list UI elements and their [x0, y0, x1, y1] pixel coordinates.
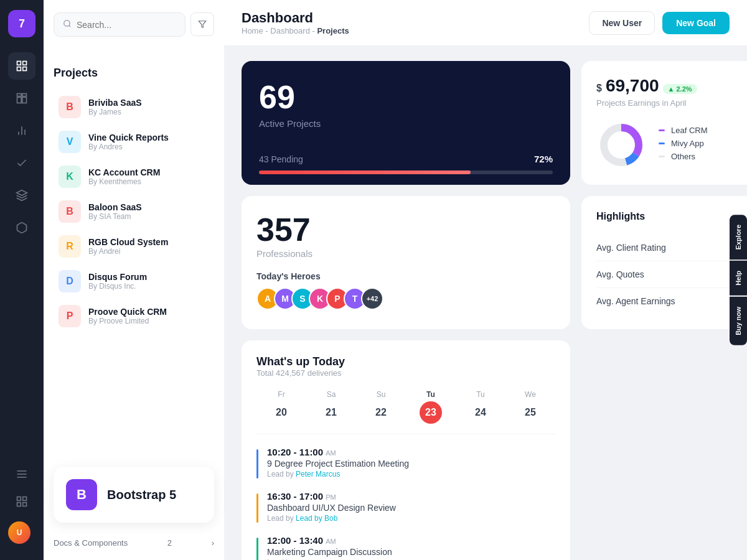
- nav-icon-dashboard[interactable]: [8, 52, 35, 80]
- nav-icon-grid2[interactable]: [8, 488, 35, 515]
- event-lead: Lead by Lead by Bob: [267, 514, 396, 523]
- help-tab[interactable]: Help: [730, 261, 747, 296]
- project-item[interactable]: B Briviba SaaS By James: [54, 90, 214, 124]
- project-logo: R: [59, 235, 81, 258]
- highlight-label: Avg. Agent Earnings: [596, 296, 675, 306]
- cal-day-name: Tu: [476, 390, 485, 399]
- calendar-day[interactable]: Sa 21: [306, 390, 356, 424]
- breadcrumb-dashboard[interactable]: Dashboard: [270, 26, 310, 35]
- header-actions: New User New Goal: [589, 11, 730, 35]
- project-item[interactable]: D Disqus Forum By Disqus Inc.: [54, 264, 214, 299]
- highlight-row: Avg. Client Rating ↗ 7.8 10: [596, 235, 747, 261]
- svg-rect-4: [17, 94, 22, 96]
- filter-button[interactable]: [190, 12, 214, 36]
- cal-day-name: Su: [377, 390, 386, 399]
- project-by: By Proove Limited: [88, 317, 209, 325]
- project-item[interactable]: K KC Account CRM By Keenthemes: [54, 159, 214, 194]
- svg-rect-1: [23, 62, 27, 65]
- event-title: Marketing Campaign Discussion: [267, 547, 392, 557]
- explore-tab[interactable]: Explore: [730, 215, 747, 259]
- whatsup-subtitle: Total 424,567 deliveries: [256, 368, 555, 378]
- event-time: 10:20 - 11:00 AM: [267, 447, 409, 457]
- breadcrumb-home[interactable]: Home: [242, 26, 263, 35]
- header: Dashboard Home - Dashboard - Projects Ne…: [224, 0, 747, 46]
- search-input[interactable]: [77, 20, 176, 30]
- project-name: KC Account CRM: [88, 167, 209, 177]
- nav-icon-box[interactable]: [8, 214, 35, 241]
- calendar-day[interactable]: Tu 24: [456, 390, 505, 424]
- svg-rect-2: [17, 67, 21, 71]
- project-name: Baloon SaaS: [88, 202, 209, 212]
- professionals-label: Professionals: [256, 248, 312, 259]
- svg-rect-17: [17, 503, 21, 506]
- event-item: 16:30 - 17:00 PM Dashboard UI/UX Design …: [256, 491, 555, 523]
- calendar-day[interactable]: Su 22: [356, 390, 406, 424]
- svg-marker-11: [17, 190, 27, 195]
- project-item[interactable]: V Vine Quick Reports By Andres: [54, 124, 214, 159]
- active-projects-count: 69: [259, 78, 553, 116]
- project-info: Baloon SaaS By SIA Team: [88, 202, 209, 221]
- event-lead-link[interactable]: Peter Marcus: [296, 470, 340, 478]
- cal-day-name: Fr: [278, 390, 284, 399]
- event-lead-link[interactable]: Lead by Bob: [296, 514, 337, 523]
- svg-rect-16: [23, 497, 27, 501]
- progress-bar: [259, 170, 553, 174]
- docs-chevron[interactable]: ›: [212, 538, 214, 548]
- search-icon: [63, 19, 72, 30]
- project-item[interactable]: P Proove Quick CRM By Proove Limited: [54, 299, 214, 334]
- search-bar[interactable]: [54, 12, 186, 37]
- nav-icon-menu2[interactable]: [8, 460, 35, 488]
- highlights-title: Highlights: [596, 211, 747, 222]
- professionals-count: 357: [256, 211, 312, 248]
- earnings-dollar: $: [596, 83, 602, 94]
- svg-marker-21: [199, 21, 206, 28]
- legend-label: Mivy App: [659, 139, 747, 148]
- nav-icon-grid[interactable]: [8, 85, 35, 112]
- event-border: [256, 538, 258, 560]
- event-item: 10:20 - 11:00 AM 9 Degree Project Estima…: [256, 447, 555, 478]
- content-grid: 69 Active Projects 43 Pending 72% $ 69,7…: [224, 46, 747, 560]
- calendar-day[interactable]: Tu 23: [406, 390, 456, 424]
- svg-point-19: [64, 21, 70, 26]
- buynow-tab[interactable]: Buy now: [730, 297, 747, 345]
- nav-icon-check[interactable]: [8, 149, 35, 177]
- earnings-card: $ 69,700 ▲ 2.2% Projects Earnings in Apr…: [581, 61, 747, 185]
- event-details: 10:20 - 11:00 AM 9 Degree Project Estima…: [267, 447, 409, 478]
- project-item[interactable]: R RGB Cloud System By Andrei: [54, 229, 214, 264]
- active-projects-card: 69 Active Projects 43 Pending 72%: [242, 61, 570, 185]
- pending-percent: 72%: [534, 154, 553, 164]
- earnings-legend: Leaf CRM $7,660 Mivy App $2,820 Others $…: [659, 126, 747, 165]
- active-projects-bottom: 43 Pending 72%: [259, 154, 553, 164]
- breadcrumb-projects[interactable]: Projects: [317, 26, 349, 35]
- nav-user-avatar[interactable]: U: [8, 521, 31, 544]
- new-user-button[interactable]: New User: [589, 11, 655, 35]
- legend-item: Others $45,257: [659, 152, 747, 161]
- docs-label: Docs & Components: [54, 538, 128, 548]
- nav-avatar[interactable]: 7: [8, 10, 35, 37]
- whatsup-card: What's up Today Total 424,567 deliveries…: [242, 340, 570, 560]
- calendar-day[interactable]: Fr 20: [256, 390, 306, 424]
- project-info: KC Account CRM By Keenthemes: [88, 167, 209, 186]
- docs-row: Docs & Components 2 ›: [54, 538, 214, 548]
- event-lead: Lead by Peter Marcus: [267, 470, 409, 478]
- highlight-label: Avg. Quotes: [596, 269, 644, 279]
- heroes-label: Today's Heroes: [256, 271, 555, 281]
- bootstrap-name: Bootstrap 5: [107, 488, 176, 502]
- project-item[interactable]: B Baloon SaaS By SIA Team: [54, 194, 214, 229]
- nav-icon-chart[interactable]: [8, 117, 35, 144]
- main-area: Dashboard Home - Dashboard - Projects Ne…: [224, 0, 747, 560]
- pending-count: 43 Pending: [259, 154, 303, 164]
- heroes-avatars: AMSKPT+42: [256, 287, 555, 310]
- new-goal-button[interactable]: New Goal: [662, 12, 730, 34]
- progress-fill: [259, 170, 471, 174]
- nav-icon-layers[interactable]: [8, 182, 35, 209]
- legend-item: Leaf CRM $7,660: [659, 126, 747, 135]
- sidebar-title: Projects: [54, 67, 214, 80]
- cal-day-num: 25: [519, 401, 542, 424]
- heroes-more: +42: [361, 287, 383, 310]
- event-title: 9 Degree Project Estimation Meeting: [267, 459, 409, 469]
- calendar-day[interactable]: We 25: [505, 390, 555, 424]
- earnings-badge: ▲ 2.2%: [663, 84, 697, 94]
- project-by: By Keenthemes: [88, 177, 209, 186]
- project-info: Briviba SaaS By James: [88, 98, 209, 116]
